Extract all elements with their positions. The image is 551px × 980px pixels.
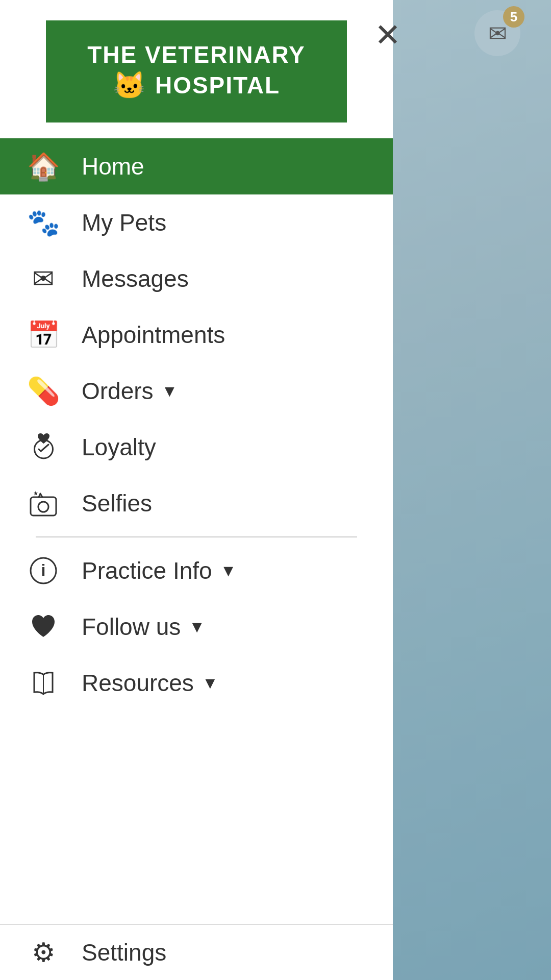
sidebar-item-label: Orders xyxy=(82,377,154,405)
logo-area: THE VETERINARY 🐱 HOSPITAL xyxy=(0,0,393,138)
calendar-icon: 📅 xyxy=(26,320,61,351)
logo-text-right: HOSPITAL xyxy=(155,72,280,99)
mail-icon: ✉ xyxy=(26,263,61,294)
chevron-down-icon: ▼ xyxy=(220,561,237,580)
sidebar-item-selfies[interactable]: Selfies xyxy=(0,475,393,531)
camera-star-icon xyxy=(26,490,61,517)
chevron-down-icon: ▼ xyxy=(189,618,205,636)
sidebar-item-label: Appointments xyxy=(82,321,225,349)
sidebar-item-loyalty[interactable]: Loyalty xyxy=(0,419,393,475)
heart-icon xyxy=(26,612,61,641)
sidebar-item-label: Resources xyxy=(82,669,194,697)
logo-box: THE VETERINARY 🐱 HOSPITAL xyxy=(46,20,347,122)
settings-label: Settings xyxy=(82,939,166,966)
chevron-down-icon: ▼ xyxy=(202,674,218,693)
logo-text-top: THE VETERINARY xyxy=(87,42,306,68)
svg-point-2 xyxy=(38,502,48,512)
paw-icon: 🐾 xyxy=(26,207,61,238)
message-icon-circle[interactable]: ✉ 5 xyxy=(474,10,520,56)
sidebar-item-messages[interactable]: ✉ Messages xyxy=(0,251,393,307)
message-count-badge: 5 xyxy=(503,6,524,28)
chevron-down-icon: ▼ xyxy=(162,382,178,401)
book-icon xyxy=(26,669,61,697)
info-icon: i xyxy=(26,556,61,585)
nav-list: 🏠 Home 🐾 My Pets ✉ Messages 📅 Appointmen… xyxy=(0,138,393,924)
sidebar-item-follow-us[interactable]: Follow us ▼ xyxy=(0,599,393,655)
gear-icon: ⚙ xyxy=(26,937,61,968)
sidebar-item-label: Loyalty xyxy=(82,433,156,461)
nav-divider xyxy=(36,536,357,537)
sidebar-item-home[interactable]: 🏠 Home xyxy=(0,138,393,194)
svg-rect-1 xyxy=(31,497,56,516)
sidebar-item-label: My Pets xyxy=(82,209,166,236)
sidebar-item-my-pets[interactable]: 🐾 My Pets xyxy=(0,194,393,251)
settings-area[interactable]: ⚙ Settings xyxy=(0,924,393,980)
loyalty-icon xyxy=(26,433,61,461)
sidebar-item-label: Messages xyxy=(82,265,189,292)
sidebar-item-label: Follow us xyxy=(82,613,181,641)
sidebar-item-label: Practice Info xyxy=(82,557,212,584)
logo-middle: 🐱 HOSPITAL xyxy=(113,70,280,101)
logo-animal-icon: 🐱 xyxy=(113,70,146,101)
home-icon: 🏠 xyxy=(26,151,61,182)
message-badge-area: ✉ 5 xyxy=(474,10,520,56)
close-button[interactable]: ✕ xyxy=(367,14,408,55)
navigation-drawer: THE VETERINARY 🐱 HOSPITAL 🏠 Home 🐾 My Pe… xyxy=(0,0,393,980)
sidebar-item-label: Home xyxy=(82,153,144,180)
sidebar-item-resources[interactable]: Resources ▼ xyxy=(0,655,393,711)
svg-text:i: i xyxy=(41,561,46,579)
sidebar-item-orders[interactable]: 💊 Orders ▼ xyxy=(0,363,393,419)
svg-marker-3 xyxy=(34,491,38,495)
sidebar-item-practice-info[interactable]: i Practice Info ▼ xyxy=(0,543,393,599)
sidebar-item-appointments[interactable]: 📅 Appointments xyxy=(0,307,393,363)
sidebar-item-label: Selfies xyxy=(82,489,152,517)
prescription-icon: 💊 xyxy=(26,376,61,407)
message-icon: ✉ xyxy=(488,20,507,46)
